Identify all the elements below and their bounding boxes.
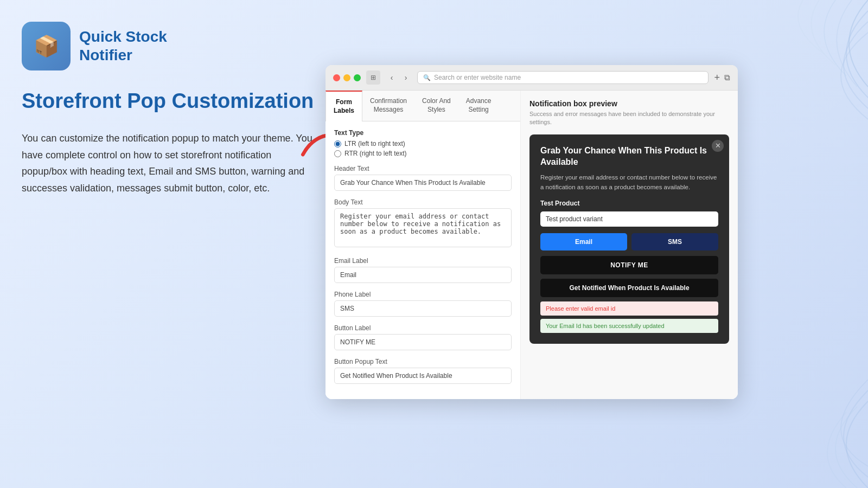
get-notified-button[interactable]: Get Notified When Product Is Available xyxy=(540,279,718,297)
form-body: Text Type LTR (left to right text) RTR (… xyxy=(326,121,520,399)
popup-close-button[interactable]: ✕ xyxy=(712,140,724,152)
tabs-bar: FormLabels ConfirmationMessages Color An… xyxy=(326,91,520,121)
new-tab-button[interactable]: + xyxy=(714,72,720,84)
rtl-radio-option[interactable]: RTR (right to left text) xyxy=(334,150,512,157)
channel-buttons: Email SMS xyxy=(540,233,718,251)
browser-action-buttons: + ⧉ xyxy=(714,72,730,84)
tab-form-labels[interactable]: FormLabels xyxy=(326,91,362,121)
body-text-label: Body Text xyxy=(334,198,512,206)
close-window-button[interactable] xyxy=(333,74,340,81)
email-channel-button[interactable]: Email xyxy=(540,233,627,251)
maximize-window-button[interactable] xyxy=(354,74,361,81)
forward-button[interactable]: › xyxy=(400,72,412,84)
phone-label-label: Phone Label xyxy=(334,291,512,298)
header: 📦 Quick Stock Notifier xyxy=(22,22,167,70)
popup-header: Grab Your Chance When This Product Is Av… xyxy=(540,145,718,168)
rtl-radio[interactable] xyxy=(334,150,341,157)
phone-label-input[interactable] xyxy=(334,300,512,317)
tab-confirmation-messages[interactable]: ConfirmationMessages xyxy=(362,91,414,121)
address-bar-text: Search or enter website name xyxy=(434,74,521,81)
app-title-line1: Quick Stock xyxy=(79,28,167,45)
button-popup-text-section: Button Popup Text xyxy=(334,358,512,384)
body-text-section: Body Text xyxy=(334,198,512,249)
app-logo: 📦 xyxy=(22,22,71,70)
error-message: Please enter valid email id xyxy=(540,301,718,316)
email-label-section: Email Label xyxy=(334,257,512,283)
text-type-section: Text Type LTR (left to right text) RTR (… xyxy=(334,129,512,157)
address-bar[interactable]: 🔍 Search or enter website name xyxy=(417,71,709,84)
tab-advance-setting[interactable]: AdvanceSetting xyxy=(458,91,499,121)
header-text-label: Header Text xyxy=(334,165,512,172)
email-label-label: Email Label xyxy=(334,257,512,265)
browser-window: ⊞ ‹ › 🔍 Search or enter website name + ⧉… xyxy=(326,65,738,399)
preview-subtitle: Success and error messages have been inc… xyxy=(529,110,729,127)
popup-product-label: Test Product xyxy=(540,200,718,207)
button-label-input[interactable] xyxy=(334,334,512,350)
back-button[interactable]: ‹ xyxy=(386,72,398,84)
button-popup-text-label: Button Popup Text xyxy=(334,358,512,365)
body-text-input[interactable] xyxy=(334,208,512,247)
browser-nav-buttons: ‹ › xyxy=(386,72,412,84)
header-text-section: Header Text xyxy=(334,165,512,191)
rtl-label: RTR (right to left text) xyxy=(344,150,406,157)
ltr-label: LTR (left to right text) xyxy=(344,140,405,147)
phone-label-section: Phone Label xyxy=(334,291,512,317)
success-message: Your Email Id has been successfully upda… xyxy=(540,319,718,333)
notification-popup-preview: ✕ Grab Your Chance When This Product Is … xyxy=(529,134,729,344)
main-heading: Storefront Pop Customization xyxy=(22,89,314,113)
popup-body: Register your email address or contact n… xyxy=(540,173,718,192)
preview-title: Notification box preview xyxy=(529,99,729,108)
form-panel: FormLabels ConfirmationMessages Color An… xyxy=(326,91,521,399)
button-label-section: Button Label xyxy=(334,324,512,350)
browser-chrome: ⊞ ‹ › 🔍 Search or enter website name + ⧉ xyxy=(326,65,738,91)
button-label-label: Button Label xyxy=(334,324,512,332)
copy-button[interactable]: ⧉ xyxy=(724,73,730,82)
browser-content: FormLabels ConfirmationMessages Color An… xyxy=(326,91,738,399)
tab-overview-icon[interactable]: ⊞ xyxy=(366,70,380,85)
app-title-line2: Notifier xyxy=(79,47,132,63)
traffic-lights xyxy=(333,74,361,81)
notify-me-button[interactable]: NOTIFY ME xyxy=(540,256,718,274)
sms-channel-button[interactable]: SMS xyxy=(631,233,718,251)
product-variant-select[interactable]: Test product variant xyxy=(540,211,718,227)
minimize-window-button[interactable] xyxy=(343,74,350,81)
header-text-input[interactable] xyxy=(334,175,512,191)
text-type-label: Text Type xyxy=(334,129,512,137)
ltr-radio[interactable] xyxy=(334,140,341,147)
app-title: Quick Stock Notifier xyxy=(79,28,167,64)
button-popup-text-input[interactable] xyxy=(334,368,512,384)
page-description: You can customize the notification popup… xyxy=(22,130,315,196)
tab-color-and-styles[interactable]: Color AndStyles xyxy=(414,91,458,121)
ltr-radio-option[interactable]: LTR (left to right text) xyxy=(334,140,512,147)
email-label-input[interactable] xyxy=(334,267,512,283)
preview-panel: Notification box preview Success and err… xyxy=(521,91,738,399)
